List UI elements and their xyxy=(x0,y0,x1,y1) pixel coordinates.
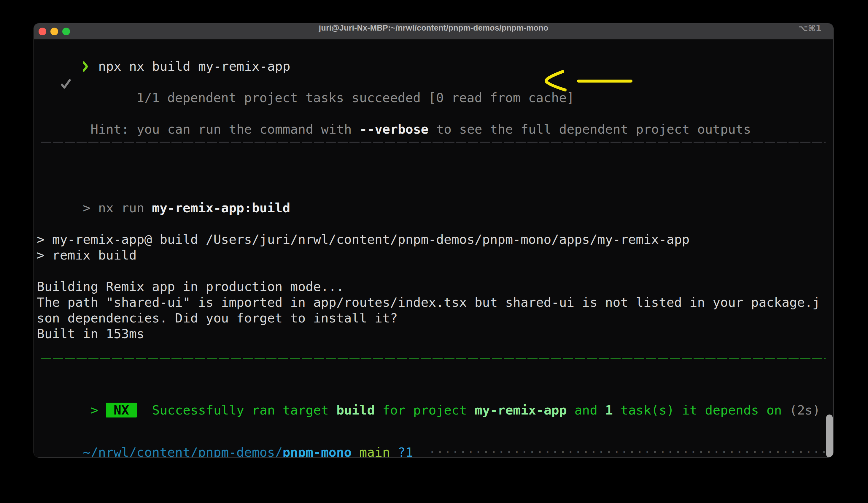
scrollbar-thumb[interactable] xyxy=(826,414,833,457)
terminal-line-hint: Hint: you can run the command with --ver… xyxy=(37,106,830,121)
hint-flag: --verbose xyxy=(359,122,428,137)
success-caret: > xyxy=(83,403,106,418)
terminal-line-prompt-path: ~/nrwl/content/pnpm-demos/pnpm-mono main… xyxy=(37,429,830,444)
window-title: juri@Juri-Nx-MBP:~/nrwl/content/pnpm-dem… xyxy=(34,23,833,40)
title-bar[interactable]: juri@Juri-Nx-MBP:~/nrwl/content/pnpm-dem… xyxy=(34,23,833,40)
tab-shortcut-hint: ⌥⌘1 xyxy=(798,23,822,40)
terminal-window: juri@Juri-Nx-MBP:~/nrwl/content/pnpm-dem… xyxy=(33,23,834,457)
success-project: my-remix-app xyxy=(475,403,567,418)
prompt-chevron-icon xyxy=(83,60,88,70)
terminal-line-remix-output-2: The path "shared-ui" is imported in app/… xyxy=(37,294,830,310)
success-task-count: 1 xyxy=(605,403,613,418)
separator-dashed-green xyxy=(41,358,826,359)
task-summary-text: 1/1 dependent project tasks succeeded [0… xyxy=(136,90,574,106)
success-duration: (2s) xyxy=(789,403,820,418)
nx-run-pre: > nx run xyxy=(83,200,152,215)
terminal-line-remix-cmd: > remix build xyxy=(37,247,830,263)
terminal-line-remix-output-3: son dependencies. Did you forget to inst… xyxy=(37,310,830,326)
terminal-line-nx-run: > nx run my-remix-app:build xyxy=(37,184,830,200)
hint-text-post: to see the full dependent project output… xyxy=(428,122,751,137)
success-text-1: Successfully ran target xyxy=(137,403,337,418)
success-text-3: and xyxy=(567,403,605,418)
nx-run-target: my-remix-app:build xyxy=(152,200,290,215)
terminal-line-command-1: npx nx build my-remix-app xyxy=(37,43,830,59)
success-text-2: for project xyxy=(375,403,475,418)
hint-text-pre: Hint: you can run the command with xyxy=(91,121,359,137)
separator-dashed-gray xyxy=(41,142,826,143)
success-target: build xyxy=(337,403,375,418)
terminal-line-nx-success: > NX Successfully ran target build for p… xyxy=(37,386,830,402)
terminal-line-task-summary: 1/1 dependent project tasks succeeded [0… xyxy=(37,74,830,90)
success-text-4: task(s) it depends on xyxy=(613,403,789,418)
command-text: npx nx build my-remix-app xyxy=(98,59,290,74)
terminal-output-area[interactable]: npx nx build my-remix-app 1/1 dependent … xyxy=(34,40,833,457)
terminal-line-pkg-script: > my-remix-app@ build /Users/juri/nrwl/c… xyxy=(37,232,830,247)
terminal-line-remix-output-4: Built in 153ms xyxy=(37,326,830,342)
check-icon xyxy=(61,77,71,88)
terminal-line-prompt-2[interactable] xyxy=(37,444,830,457)
terminal-line-remix-output-1: Building Remix app in production mode... xyxy=(37,279,830,294)
nx-badge: NX xyxy=(106,403,137,418)
